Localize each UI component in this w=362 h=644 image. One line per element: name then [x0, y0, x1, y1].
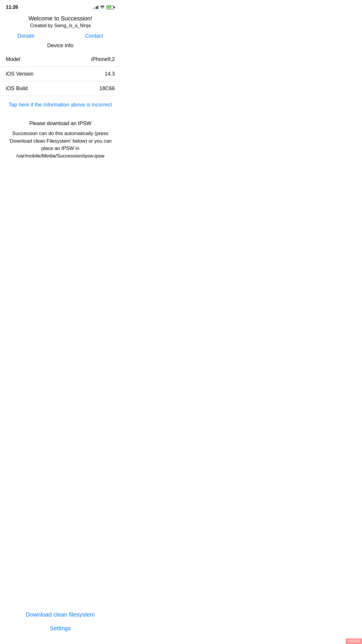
- table-row: iOS Build 18C66: [0, 81, 121, 96]
- model-label: Model: [6, 56, 20, 62]
- ios-build-value: 18C66: [99, 85, 115, 92]
- ipsw-title: Please download an IPSW: [9, 120, 112, 127]
- app-subtitle: Created by Samg_is_a_Ninja: [6, 23, 115, 28]
- header-links: Donate Contact: [6, 32, 115, 40]
- tap-incorrect-link[interactable]: Tap here if the information above is inc…: [0, 96, 121, 114]
- signal-icon: [93, 6, 98, 9]
- wifi-icon: [100, 5, 105, 10]
- header: Welcome to Succession! Created by Samg_i…: [0, 13, 121, 40]
- device-info-section: Device Info Model iPhone9,2 iOS Version …: [0, 43, 121, 96]
- contact-link[interactable]: Contact: [85, 33, 103, 39]
- ipsw-body: Succession can do this automatically (pr…: [9, 130, 112, 160]
- table-row: iOS Version 14.3: [0, 67, 121, 81]
- model-value: iPhone9,2: [91, 56, 115, 62]
- donate-link[interactable]: Donate: [17, 33, 34, 39]
- battery-icon: ⚡: [106, 6, 115, 9]
- ios-build-label: iOS Build: [6, 85, 28, 92]
- device-info-title: Device Info: [0, 43, 121, 49]
- ipsw-section: Please download an IPSW Succession can d…: [0, 114, 121, 165]
- status-bar: 11:26 ⚡: [0, 0, 121, 13]
- status-time: 11:26: [6, 4, 18, 10]
- status-icons: ⚡: [93, 5, 115, 10]
- app-title: Welcome to Succession!: [6, 15, 115, 22]
- table-row: Model iPhone9,2: [0, 52, 121, 67]
- ios-version-value: 14.3: [105, 71, 115, 77]
- ios-version-label: iOS Version: [6, 71, 34, 77]
